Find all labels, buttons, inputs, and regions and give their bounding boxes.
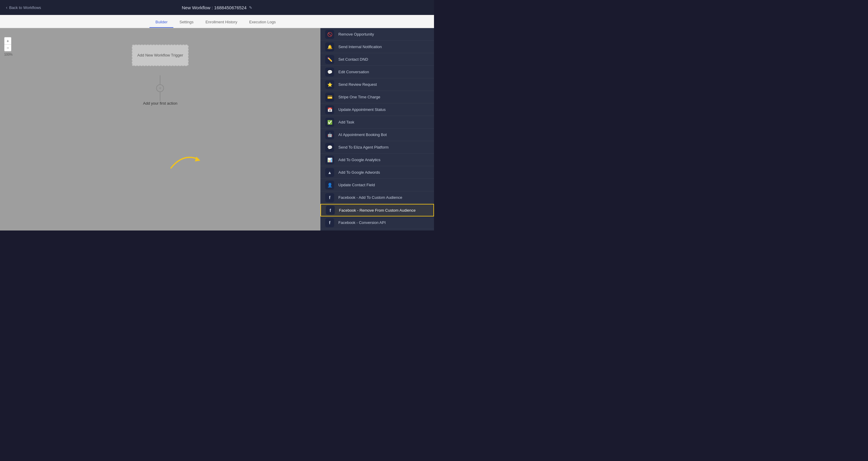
action-connector: + Add your first action: [143, 75, 178, 105]
add-to-google-analytics-label: Add To Google Analytics: [338, 158, 380, 162]
facebook-add-custom-audience-icon: f: [325, 193, 334, 202]
add-to-google-adwords-label: Add To Google Adwords: [338, 170, 380, 175]
sidebar-item-facebook-add-custom-audience[interactable]: fFacebook - Add To Custom Audience: [320, 191, 434, 204]
send-to-eliza-label: Send To Eliza Agent Platform: [338, 145, 389, 150]
sidebar-item-facebook-conversion-api[interactable]: fFacebook - Conversion API: [320, 216, 434, 229]
send-review-request-label: Send Review Request: [338, 82, 377, 87]
ai-appointment-booking-bot-icon: 🤖: [325, 130, 334, 139]
edit-title-icon[interactable]: ✎: [249, 5, 252, 10]
sidebar-item-facebook-remove-custom-audience[interactable]: fFacebook - Remove From Custom Audience: [320, 204, 434, 216]
sidebar-item-ai-appointment-booking-bot[interactable]: 🤖AI Appointment Booking Bot: [320, 128, 434, 141]
send-to-eliza-icon: 💬: [325, 143, 334, 152]
sidebar-item-set-contact-dnd[interactable]: ✏️Set Contact DND: [320, 53, 434, 66]
first-action-label: Add your first action: [143, 101, 178, 105]
add-trigger-box[interactable]: Add New Workflow Trigger: [132, 44, 189, 66]
update-appointment-status-icon: 📅: [325, 105, 334, 114]
sidebar-item-add-to-google-analytics[interactable]: 📊Add To Google Analytics: [320, 154, 434, 166]
svg-marker-0: [195, 157, 200, 161]
sidebar-item-update-contact-field[interactable]: 👤Update Contact Field: [320, 179, 434, 191]
sidebar-item-add-to-google-adwords[interactable]: ▲Add To Google Adwords: [320, 166, 434, 179]
add-action-button[interactable]: +: [156, 84, 164, 92]
facebook-remove-custom-audience-icon: f: [326, 206, 335, 215]
stripe-one-time-charge-label: Stripe One Time Charge: [338, 95, 380, 99]
add-to-google-analytics-icon: 📊: [325, 155, 334, 164]
zoom-level-label: 100%: [4, 53, 12, 56]
facebook-conversion-api-icon: f: [325, 218, 334, 227]
sidebar-item-send-review-request[interactable]: ⭐Send Review Request: [320, 78, 434, 91]
sidebar-item-send-to-eliza[interactable]: 💬Send To Eliza Agent Platform: [320, 141, 434, 154]
sidebar-item-update-appointment-status[interactable]: 📅Update Appointment Status: [320, 103, 434, 116]
back-to-workflows-link[interactable]: ‹ Back to Workflows: [6, 5, 41, 10]
send-internal-notification-label: Send Internal Notification: [338, 44, 382, 49]
connector-line-top: [160, 75, 160, 84]
ai-appointment-booking-bot-label: AI Appointment Booking Bot: [338, 132, 387, 137]
back-link-label: Back to Workflows: [9, 5, 41, 10]
remove-opportunity-label: Remove Opportunity: [338, 32, 374, 36]
facebook-remove-custom-audience-label: Facebook - Remove From Custom Audience: [339, 208, 416, 213]
sidebar-items-list: 🚫Remove Opportunity🔔Send Internal Notifi…: [320, 28, 434, 230]
facebook-add-custom-audience-label: Facebook - Add To Custom Audience: [338, 195, 402, 200]
action-sidebar: 🚫Remove Opportunity🔔Send Internal Notifi…: [320, 28, 434, 230]
update-appointment-status-label: Update Appointment Status: [338, 107, 385, 112]
tab-builder[interactable]: Builder: [150, 17, 173, 28]
edit-conversation-icon: 💬: [325, 67, 334, 76]
connector-line-bottom: [160, 92, 160, 101]
set-contact-dnd-icon: ✏️: [325, 55, 334, 64]
zoom-in-button[interactable]: +: [4, 37, 11, 44]
main-area: + − 100% Add New Workflow Trigger + Add …: [0, 28, 434, 230]
arrow-annotation: [165, 147, 201, 172]
send-review-request-icon: ⭐: [325, 80, 334, 89]
zoom-out-button[interactable]: −: [4, 44, 11, 52]
send-internal-notification-icon: 🔔: [325, 42, 334, 52]
add-task-icon: ✅: [325, 118, 334, 127]
back-arrow-icon: ‹: [6, 5, 7, 10]
sidebar-item-stripe-one-time-charge[interactable]: 💳Stripe One Time Charge: [320, 91, 434, 103]
update-contact-field-icon: 👤: [325, 181, 334, 189]
workflow-canvas: + − 100% Add New Workflow Trigger + Add …: [0, 28, 320, 230]
add-to-google-adwords-icon: ▲: [325, 168, 334, 177]
facebook-conversion-api-label: Facebook - Conversion API: [338, 220, 385, 225]
sidebar-item-send-internal-notification[interactable]: 🔔Send Internal Notification: [320, 41, 434, 53]
edit-conversation-label: Edit Conversation: [338, 70, 369, 74]
stripe-one-time-charge-icon: 💳: [325, 93, 334, 102]
tabs-bar: Builder Settings Enrollment History Exec…: [0, 15, 434, 28]
sidebar-item-update-custom-value[interactable]: ✏️Update Custom Value: [320, 229, 434, 230]
add-task-label: Add Task: [338, 120, 354, 124]
update-contact-field-label: Update Contact Field: [338, 183, 375, 187]
sidebar-item-remove-opportunity[interactable]: 🚫Remove Opportunity: [320, 28, 434, 41]
sidebar-item-edit-conversation[interactable]: 💬Edit Conversation: [320, 66, 434, 78]
tab-execution-logs[interactable]: Execution Logs: [243, 17, 282, 28]
tab-enrollment-history[interactable]: Enrollment History: [199, 17, 243, 28]
sidebar-item-add-task[interactable]: ✅Add Task: [320, 116, 434, 128]
remove-opportunity-icon: 🚫: [325, 30, 334, 39]
tab-settings[interactable]: Settings: [173, 17, 199, 28]
header: ‹ Back to Workflows New Workflow : 16884…: [0, 0, 434, 15]
workflow-title: New Workflow : 1688450676524 ✎: [182, 5, 252, 10]
zoom-controls: + − 100%: [4, 37, 12, 56]
set-contact-dnd-label: Set Contact DND: [338, 57, 368, 62]
